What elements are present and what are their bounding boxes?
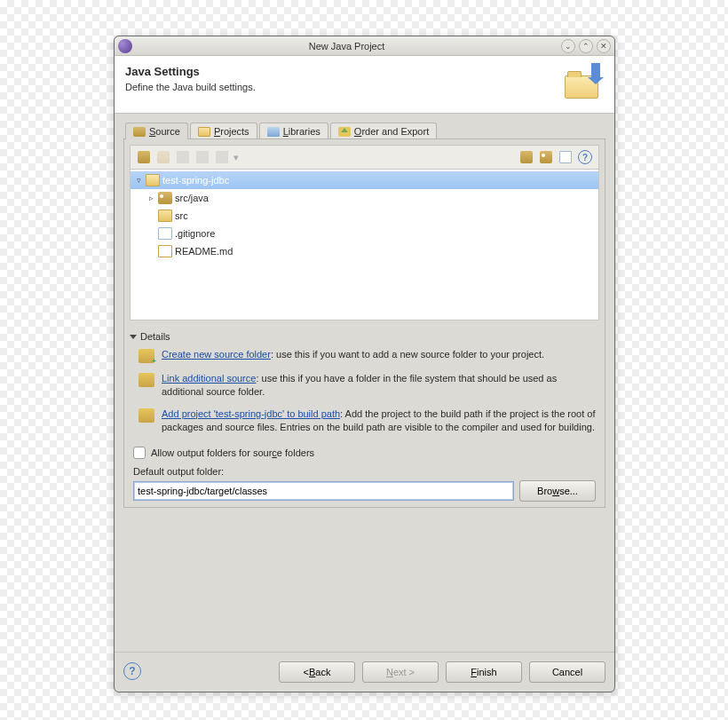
package-icon xyxy=(133,127,146,137)
close-button[interactable]: ✕ xyxy=(597,39,611,53)
tree-node[interactable]: src xyxy=(131,207,598,225)
allow-output-folders-checkbox[interactable] xyxy=(133,447,146,459)
library-icon xyxy=(267,127,280,137)
add-project-buildpath-link[interactable]: Add project 'test-spring-jdbc' to build … xyxy=(162,408,340,419)
help-icon[interactable]: ? xyxy=(123,662,143,682)
toggle-button xyxy=(214,149,230,165)
window-title: New Java Project xyxy=(136,41,558,51)
tab-libraries[interactable]: Libraries xyxy=(259,123,328,139)
configure-inclusion-button[interactable] xyxy=(538,149,554,165)
detail-create-source-folder: Create new source folder: use this if yo… xyxy=(130,344,599,368)
tree-node[interactable]: .gitignore xyxy=(131,225,598,242)
tree-root-project[interactable]: ▿ test-spring-jdbc xyxy=(131,171,598,189)
back-button[interactable]: < Back xyxy=(279,661,355,683)
source-toolbar: ▾ ? xyxy=(130,145,599,170)
tree-node-label: .gitignore xyxy=(175,228,215,239)
link-additional-source-link[interactable]: Link additional source xyxy=(162,373,256,384)
source-tab-panel: ▾ ? ▿ test-spring-jdbc ▹ src/java xyxy=(123,138,605,508)
settings-tabs: Source Projects Libraries Order and Expo… xyxy=(125,123,605,139)
folder-import-icon xyxy=(561,65,604,100)
titlebar[interactable]: New Java Project ⌄ ⌃ ✕ xyxy=(115,36,614,56)
finish-button[interactable]: Finish xyxy=(446,661,522,683)
default-output-label: Default output folder: xyxy=(133,466,596,477)
order-export-icon xyxy=(338,127,351,137)
allow-output-folders-label: Allow output folders for source folders xyxy=(151,447,314,458)
new-source-folder-icon xyxy=(138,349,154,363)
file-icon xyxy=(158,227,172,240)
tab-source-label: ource xyxy=(155,126,180,137)
detail-add-project-buildpath: Add project 'test-spring-jdbc' to build … xyxy=(130,403,599,439)
minimize-button[interactable]: ⌄ xyxy=(561,39,575,53)
tree-node-label: README.md xyxy=(175,246,233,257)
expand-icon[interactable]: ▹ xyxy=(146,194,155,202)
details-label: Details xyxy=(140,331,170,342)
create-source-folder-link[interactable]: Create new source folder xyxy=(162,349,271,360)
link-source-button xyxy=(155,149,171,165)
default-output-folder-input[interactable] xyxy=(133,481,514,501)
eclipse-icon xyxy=(118,39,132,53)
tab-order-export[interactable]: Order and Export xyxy=(330,123,437,139)
tree-node-label: src xyxy=(175,210,188,221)
cancel-button[interactable]: Cancel xyxy=(529,661,605,683)
browse-button[interactable]: Browse... xyxy=(519,480,596,502)
tab-source[interactable]: Source xyxy=(125,123,188,139)
detail-link-additional-source: Link additional source: use this if you … xyxy=(130,368,599,403)
link-source-icon xyxy=(138,373,154,387)
details-section: Details Create new source folder: use th… xyxy=(130,329,599,438)
wizard-header: Java Settings Define the Java build sett… xyxy=(115,56,614,114)
configure-output-button[interactable] xyxy=(558,149,574,165)
new-source-folder-button[interactable] xyxy=(136,149,152,165)
expand-icon[interactable]: ▿ xyxy=(134,176,143,185)
tab-projects[interactable]: Projects xyxy=(190,123,257,139)
tree-node-label: src/java xyxy=(175,193,209,203)
chevron-down-icon xyxy=(130,335,137,339)
tree-root-label: test-spring-jdbc xyxy=(162,175,229,186)
detail-text: : use this if you want to add a new sour… xyxy=(271,349,544,360)
source-folders-tree[interactable]: ▿ test-spring-jdbc ▹ src/java src xyxy=(130,170,599,320)
markdown-file-icon xyxy=(158,245,172,257)
project-icon xyxy=(146,174,160,186)
next-button: Next > xyxy=(362,661,439,683)
remove-button xyxy=(194,149,210,165)
help-button[interactable]: ? xyxy=(577,149,593,165)
add-project-icon xyxy=(138,408,154,423)
maximize-button[interactable]: ⌃ xyxy=(579,39,593,53)
details-toggle[interactable]: Details xyxy=(130,329,599,344)
tree-node[interactable]: ▹ src/java xyxy=(131,189,598,207)
page-subtitle: Define the Java build settings. xyxy=(125,82,561,92)
tree-node[interactable]: README.md xyxy=(131,242,598,260)
wizard-footer: ? < Back Next > Finish Cancel xyxy=(115,652,614,692)
source-folder-icon xyxy=(158,192,172,204)
add-to-buildpath-button[interactable] xyxy=(518,149,534,165)
page-title: Java Settings xyxy=(125,65,561,78)
folder-icon xyxy=(158,210,172,222)
allow-output-folders-row: Allow output folders for source folders xyxy=(133,447,596,459)
folder-icon xyxy=(198,127,210,137)
edit-button xyxy=(175,149,191,165)
wizard-window: New Java Project ⌄ ⌃ ✕ Java Settings Def… xyxy=(114,36,615,692)
